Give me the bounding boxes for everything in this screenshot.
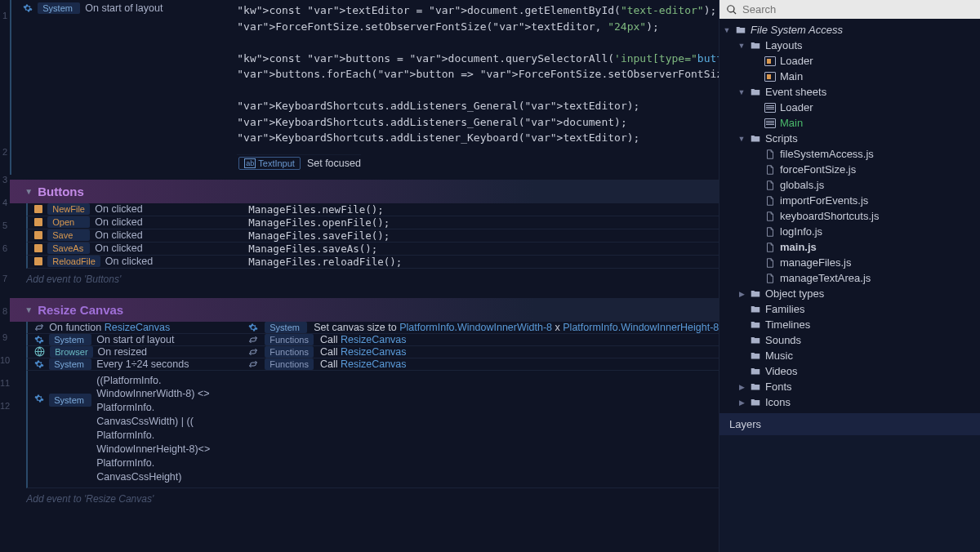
folder-icon xyxy=(750,350,761,362)
object-textinput: ab TextInput xyxy=(238,157,301,170)
tree-label: Videos xyxy=(765,365,798,377)
tree-item[interactable]: Videos xyxy=(719,363,980,379)
tree-label: importForEvents.js xyxy=(780,194,868,207)
tree-item[interactable]: Families xyxy=(719,301,980,317)
add-event-link[interactable]: Add event to 'Buttons' Add to 'Buttons'… xyxy=(10,269,719,293)
condition-text: On resized xyxy=(98,346,147,358)
search-bar[interactable] xyxy=(719,0,980,19)
tree-label: manageTextArea.js xyxy=(780,272,871,284)
function-icon xyxy=(34,323,44,332)
expand-icon[interactable]: ▼ xyxy=(737,135,746,143)
tree-item[interactable]: Loader xyxy=(719,100,980,115)
layout-icon xyxy=(764,72,776,82)
group-header-buttons[interactable]: ▼ Buttons xyxy=(10,180,719,203)
event-row[interactable]: SaveAs On clicked ManageFiles.saveAs(); xyxy=(26,243,719,256)
tree-label: Event sheets xyxy=(765,86,826,98)
layers-panel-title[interactable]: Layers xyxy=(719,413,980,435)
folder-icon xyxy=(750,335,761,346)
event-row[interactable]: Save On clicked ManageFiles.saveFile(); xyxy=(26,229,719,243)
event-row[interactable]: Browser On resized Functions Call Resize… xyxy=(26,346,719,358)
expand-icon[interactable]: ▶ xyxy=(737,290,746,298)
file-icon xyxy=(764,226,776,238)
project-tree[interactable]: ▼File System Access ▼Layouts Loader Main… xyxy=(719,19,980,413)
tree-item[interactable]: Loader xyxy=(719,53,980,69)
event-row[interactable]: System On start of layout "kw">const "va… xyxy=(10,0,719,175)
tree-label: Object types xyxy=(765,287,824,300)
tree-item[interactable]: ▼Layouts xyxy=(719,38,980,53)
tree-item[interactable]: manageTextArea.js xyxy=(719,270,980,286)
tree-label: Main xyxy=(780,117,803,129)
expand-icon[interactable]: ▼ xyxy=(737,88,746,96)
file-icon xyxy=(764,195,776,207)
function-icon xyxy=(248,347,258,357)
tree-item[interactable]: main.js xyxy=(719,239,980,255)
object-button: Save xyxy=(47,229,90,241)
tree-item[interactable]: Sounds xyxy=(719,332,980,348)
tree-item[interactable]: forceFontSize.js xyxy=(719,162,980,177)
event-row[interactable]: System ((PlatformInfo. WindowInnerWidth-… xyxy=(26,371,719,488)
add-event-link[interactable]: Add event to 'Resize Canvas' Add to 'Res… xyxy=(10,488,719,513)
tree-label: Fonts xyxy=(765,381,792,393)
tree-item[interactable]: Timelines xyxy=(719,317,980,332)
gear-icon xyxy=(34,394,44,403)
tree-item[interactable]: fileSystemAccess.js xyxy=(719,146,980,162)
script-action[interactable]: "kw">const "var">textEditor = "var">docu… xyxy=(237,2,719,146)
layers-panel xyxy=(719,435,980,552)
tree-item[interactable]: Main xyxy=(719,69,980,84)
expand-icon[interactable]: ▶ xyxy=(737,383,746,391)
event-row[interactable]: ReloadFile On clicked ManageFiles.reload… xyxy=(26,256,719,269)
button-icon xyxy=(34,257,42,265)
expand-icon[interactable]: ▼ xyxy=(723,26,731,34)
tree-item[interactable]: importForEvents.js xyxy=(719,193,980,208)
sub-action[interactable]: ab TextInput Set focused xyxy=(237,154,361,172)
search-icon xyxy=(726,4,737,16)
file-icon xyxy=(764,273,776,284)
tree-item[interactable]: Main xyxy=(719,115,980,131)
event-row[interactable]: Open On clicked ManageFiles.openFile(); xyxy=(26,216,719,229)
expand-icon[interactable]: ▶ xyxy=(737,398,746,407)
object-functions: Functions xyxy=(265,346,314,358)
event-row[interactable]: System On start of layout Functions Call… xyxy=(26,334,719,346)
condition-text: On start of layout xyxy=(85,2,163,14)
tree-item[interactable]: keyboardShortcuts.js xyxy=(719,208,980,224)
search-input[interactable] xyxy=(742,3,973,16)
tree-item[interactable]: ▶Object types xyxy=(719,286,980,301)
tree-label: main.js xyxy=(780,241,817,253)
event-sheet-panel: 123456789101112 System On start of layou… xyxy=(0,0,719,552)
collapse-icon: ▼ xyxy=(24,305,33,314)
tree-label: logInfo.js xyxy=(780,225,822,238)
gear-icon xyxy=(248,323,258,332)
tree-label: Sounds xyxy=(765,334,801,346)
event-row[interactable]: NewFile On clicked ManageFiles.newFile()… xyxy=(26,203,719,216)
action-text: Call ResizeCanvas xyxy=(320,334,407,345)
object-tag: Browser xyxy=(50,346,92,358)
tree-item[interactable]: ▼Event sheets xyxy=(719,84,980,100)
group-header-resize[interactable]: ▼ Resize Canvas xyxy=(10,298,719,322)
object-system: System xyxy=(49,394,91,407)
folder-icon xyxy=(750,40,761,51)
folder-icon xyxy=(750,397,761,408)
object-button: ReloadFile xyxy=(47,256,100,267)
function-icon xyxy=(248,359,258,369)
tree-label: Loader xyxy=(780,55,813,67)
expand-icon[interactable]: ▼ xyxy=(737,42,746,50)
tree-item[interactable]: globals.js xyxy=(719,177,980,193)
tree-label: fileSystemAccess.js xyxy=(780,148,874,160)
tree-item[interactable]: ▼Scripts xyxy=(719,131,980,146)
file-icon xyxy=(764,149,776,160)
tree-item[interactable]: ▶Icons xyxy=(719,394,980,410)
folder-icon xyxy=(735,24,746,36)
event-row-function[interactable]: On function ResizeCanvas System Set canv… xyxy=(26,322,719,334)
tree-item[interactable]: ▶Fonts xyxy=(719,379,980,394)
tree-item[interactable]: manageFiles.js xyxy=(719,255,980,270)
line-gutter: 123456789101112 xyxy=(0,0,10,552)
tree-item[interactable]: Music xyxy=(719,348,980,363)
condition-text: On clicked xyxy=(105,256,153,267)
tree-item[interactable]: logInfo.js xyxy=(719,224,980,239)
button-icon xyxy=(34,205,42,213)
action-text: Call ResizeCanvas xyxy=(320,346,407,358)
eventsheet-icon xyxy=(764,103,776,113)
event-row[interactable]: System Every 1÷24 seconds Functions Call… xyxy=(26,358,719,371)
tree-item[interactable]: ▼File System Access xyxy=(719,22,980,38)
tree-label: File System Access xyxy=(751,24,843,36)
